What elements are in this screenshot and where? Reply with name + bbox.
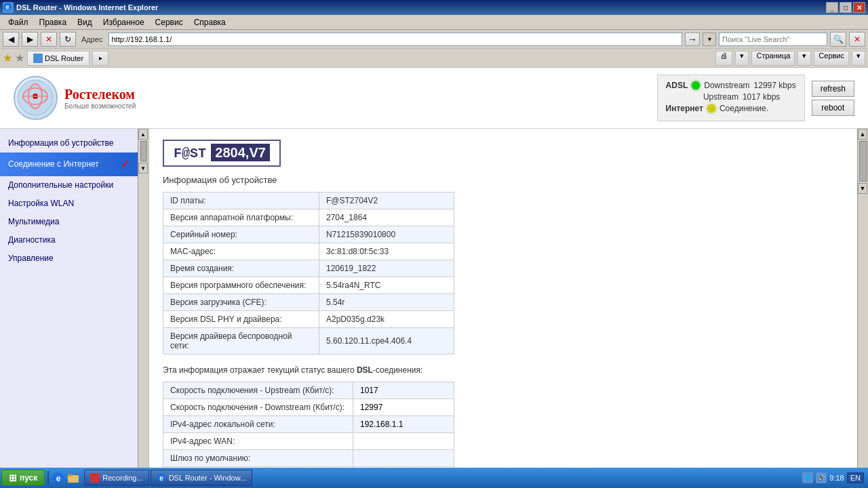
device-info-label: Версия аппаратной платформы: [163,209,319,226]
title-bar: e DSL Router - Windows Internet Explorer… [0,0,868,15]
sidebar-scroll-thumb[interactable] [140,141,147,161]
page-scroll-up[interactable]: ▲ [858,129,867,140]
device-info-value: N71215839010800 [319,226,454,243]
clock: 9:18 [829,474,844,482]
model-box: F@ST 2804,V7 [163,140,281,167]
reboot-button[interactable]: reboot [812,100,854,116]
device-info-label: ID платы: [163,192,319,209]
conn-info-value: 12997 [353,399,454,416]
internet-led [707,104,715,113]
menu-service[interactable]: Сервис [150,16,189,28]
menu-view[interactable]: Вид [72,16,98,28]
bookmark-expand-button[interactable]: ▸ [92,51,108,66]
conn-info-label: Шлюз по умолчанию: [163,450,353,467]
page-scroll-down[interactable]: ▼ [858,183,867,194]
menu-help[interactable]: Справка [189,16,231,28]
toolbar-right-area: 🖨 ▾ Страница ▾ Сервис ▾ [715,51,865,66]
service-dropdown[interactable]: ▾ [852,51,865,66]
dsl-note-text: Эта информация отражает текущий статус в… [163,365,422,375]
adsl-status-row: ADSL Downstream 12997 kbps [666,81,796,90]
downstream-label: Downstream [704,81,749,90]
device-info-label: MAC-адрес: [163,243,319,260]
close-button[interactable]: ✕ [853,2,865,13]
sidebar-scroll-down[interactable]: ▼ [138,163,148,174]
svg-rect-10 [68,474,73,476]
forward-button[interactable]: ▶ [22,32,38,47]
sidebar: Информация об устройстве Соединение с Ин… [0,129,149,488]
service-toolbar-button[interactable]: Сервис [814,51,849,66]
conn-info-row: IPv4-адрес локальной сети:192.168.1.1 [163,416,454,433]
device-info-value: 5.60.120.11.cpe4.406.4 [319,328,454,354]
favorite-icon2[interactable]: ★ [15,52,24,64]
tray-volume-icon[interactable]: 🔊 [816,472,827,483]
menu-favorites[interactable]: Избранное [98,16,150,28]
upstream-status-row: ADSL Upstream 1017 kbps [666,92,796,102]
device-info-value: A2pD035g.d23k [319,311,454,328]
minimize-button[interactable]: _ [826,2,838,13]
device-info-label: Версия загрузчика (CFE): [163,294,319,311]
refresh-nav-button[interactable]: ↻ [60,32,76,47]
language-button[interactable]: EN [847,472,864,483]
upstream-value: 1017 kbps [743,92,780,102]
sidebar-item-info[interactable]: Информация об устройстве [0,134,138,152]
sidebar-item-wlan[interactable]: Настройка WLAN [0,195,138,213]
page-dropdown[interactable]: ▾ [797,51,811,66]
device-info-row: Версия аппаратной платформы:2704_1864 [163,209,454,226]
device-info-row: Версия драйвера беспроводной сети:5.60.1… [163,328,454,354]
sidebar-item-multimedia[interactable]: Мультимедиа [0,213,138,231]
menu-bar: Файл Правка Вид Избранное Сервис Справка [0,15,868,30]
menu-file[interactable]: Файл [3,16,34,28]
taskbar-recording[interactable]: Recording... [84,470,149,486]
window-title: DSL Router - Windows Internet Explorer [16,3,158,12]
taskbar-dsl-router[interactable]: e DSL Router - Window... [151,470,253,486]
tray-network-icon[interactable]: 🌐 [802,472,813,483]
dsl-note: Эта информация отражает текущий статус в… [163,365,844,375]
device-info-value: 2704_1864 [319,209,454,226]
bookmark-dslrouter[interactable]: DSL Router [27,51,90,66]
device-info-row: MAC-адрес:3c:81:d8:0f:5c:33 [163,243,454,260]
upstream-label: Upstream [703,92,738,102]
page-scroll-thumb[interactable] [859,141,867,182]
search-button[interactable]: 🔍 [830,32,846,47]
conn-info-row: IPv4-адрес WAN: [163,433,454,450]
window-controls: _ □ ✕ [826,2,865,13]
close-search-button[interactable]: ✕ [849,32,865,47]
refresh-button[interactable]: refresh [812,81,854,97]
page-scrollbar: ▲ ▼ [857,129,868,488]
device-info-label: Время создания: [163,260,319,277]
conn-info-value: 192.168.1.1 [353,416,454,433]
print-dropdown[interactable]: ▾ [735,51,749,66]
start-button[interactable]: ⊞ пуск [1,470,45,486]
back-button[interactable]: ◀ [3,32,19,47]
device-info-label: Серийный номер: [163,226,319,243]
device-info-row: ID платы:F@ST2704V2 [163,192,454,209]
device-info-row: Версия загрузчика (CFE):5.54r [163,294,454,311]
sidebar-item-advanced[interactable]: Дополнительные настройки [0,176,138,195]
sidebar-scroll-up[interactable]: ▲ [138,129,148,140]
refresh-reboot-area: refresh reboot [812,81,854,116]
nav-extra-button[interactable]: ▾ [703,33,716,46]
search-input[interactable] [719,33,827,46]
print-button[interactable]: 🖨 [715,51,732,66]
conn-info-row: Скорость подключения - Downstream (Кбит/… [163,399,454,416]
taskbar-divider1 [47,471,49,485]
page-button[interactable]: Страница [751,51,795,66]
menu-edit[interactable]: Правка [34,16,73,28]
sidebar-item-internet[interactable]: Соединение с Интернет ✓ [0,152,138,176]
maximize-button[interactable]: □ [840,2,852,13]
section-title: Информация об устройстве [163,175,844,185]
recording-label: Recording... [102,474,142,482]
add-favorite-star[interactable]: ★ [3,52,12,64]
taskbar-ie-icon[interactable]: e [52,471,65,485]
go-button[interactable]: → [685,33,700,46]
sidebar-item-management[interactable]: Управление [0,249,138,268]
stop-button[interactable]: ✕ [41,32,57,47]
address-input[interactable] [108,33,683,46]
sidebar-item-diagnostics[interactable]: Диагностика [0,231,138,249]
taskbar: ⊞ пуск e Recording... e DSL Router - Win… [0,468,868,488]
taskbar-folder-icon[interactable] [66,471,80,485]
taskbar-items: Recording... e DSL Router - Window... [84,470,252,486]
model-number: 2804,V7 [211,144,270,161]
brand-name: Ростелеком [64,87,136,102]
bookmarks-bar: ★ ★ DSL Router ▸ 🖨 ▾ Страница ▾ Сервис ▾ [0,49,868,68]
